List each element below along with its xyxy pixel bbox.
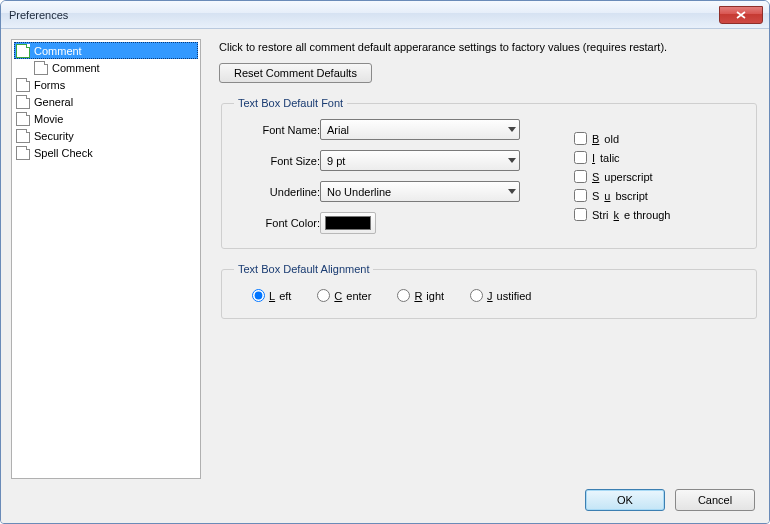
radio-input[interactable] [252,289,265,302]
checkbox-input[interactable] [574,189,587,202]
radio-input[interactable] [317,289,330,302]
titlebar[interactable]: Preferences [1,1,769,29]
strikethrough-checkbox[interactable]: Strike through [574,208,670,221]
tree-item-movie[interactable]: Movie [14,110,198,127]
underline-label: Underline: [234,186,320,198]
font-group-legend: Text Box Default Font [234,97,347,109]
tree-label: Forms [34,79,65,91]
tree-label: Security [34,130,74,142]
ok-button[interactable]: OK [585,489,665,511]
align-right-radio[interactable]: Right [397,289,444,302]
tree-item-spellcheck[interactable]: Spell Check [14,144,198,161]
tree-item-forms[interactable]: Forms [14,76,198,93]
alignment-group-legend: Text Box Default Alignment [234,263,373,275]
combo-value: Arial [327,124,349,136]
font-group: Text Box Default Font Font Name: Arial F… [221,97,757,249]
font-style-checks: Bold Italic Superscript Subscript Strike… [574,132,670,221]
font-name-label: Font Name: [234,124,320,136]
checkbox-input[interactable] [574,132,587,145]
align-center-radio[interactable]: Center [317,289,371,302]
font-size-label: Font Size: [234,155,320,167]
settings-panel: Click to restore all comment default app… [219,39,759,479]
page-icon [16,129,30,143]
font-color-label: Font Color: [234,217,320,229]
checkbox-input[interactable] [574,208,587,221]
chevron-down-icon [508,189,516,194]
tree-label: Movie [34,113,63,125]
page-icon [34,61,48,75]
tree-label: Comment [34,45,82,57]
alignment-group: Text Box Default Alignment Left Center R… [221,263,757,319]
italic-checkbox[interactable]: Italic [574,151,670,164]
tree-label: Spell Check [34,147,93,159]
page-icon [16,112,30,126]
combo-value: No Underline [327,186,391,198]
close-button[interactable] [719,6,763,24]
subscript-checkbox[interactable]: Subscript [574,189,670,202]
radio-input[interactable] [470,289,483,302]
checkbox-input[interactable] [574,170,587,183]
window-title: Preferences [9,9,68,21]
underline-combo[interactable]: No Underline [320,181,520,202]
tree-label: General [34,96,73,108]
dialog-footer: OK Cancel [1,489,769,523]
tree-item-security[interactable]: Security [14,127,198,144]
color-swatch-icon [325,216,371,230]
tree-item-general[interactable]: General [14,93,198,110]
align-justified-radio[interactable]: Justified [470,289,531,302]
chevron-down-icon [508,158,516,163]
category-tree[interactable]: Comment Comment Forms General Movie [11,39,201,479]
preferences-window: Preferences Comment Comment Forms [0,0,770,524]
chevron-down-icon [508,127,516,132]
align-left-radio[interactable]: Left [252,289,291,302]
cancel-button[interactable]: Cancel [675,489,755,511]
tree-item-comment[interactable]: Comment [14,42,198,59]
close-icon [736,11,746,19]
page-icon [16,44,30,58]
page-icon [16,78,30,92]
superscript-checkbox[interactable]: Superscript [574,170,670,183]
font-color-picker[interactable] [320,212,376,234]
font-size-combo[interactable]: 9 pt [320,150,520,171]
radio-input[interactable] [397,289,410,302]
page-icon [16,146,30,160]
checkbox-input[interactable] [574,151,587,164]
combo-value: 9 pt [327,155,345,167]
font-name-combo[interactable]: Arial [320,119,520,140]
bold-checkbox[interactable]: Bold [574,132,670,145]
tree-label: Comment [52,62,100,74]
dialog-content: Comment Comment Forms General Movie [1,29,769,523]
tree-item-comment-child[interactable]: Comment [32,59,198,76]
restore-description: Click to restore all comment default app… [219,41,759,53]
reset-defaults-button[interactable]: Reset Comment Defaults [219,63,372,83]
page-icon [16,95,30,109]
